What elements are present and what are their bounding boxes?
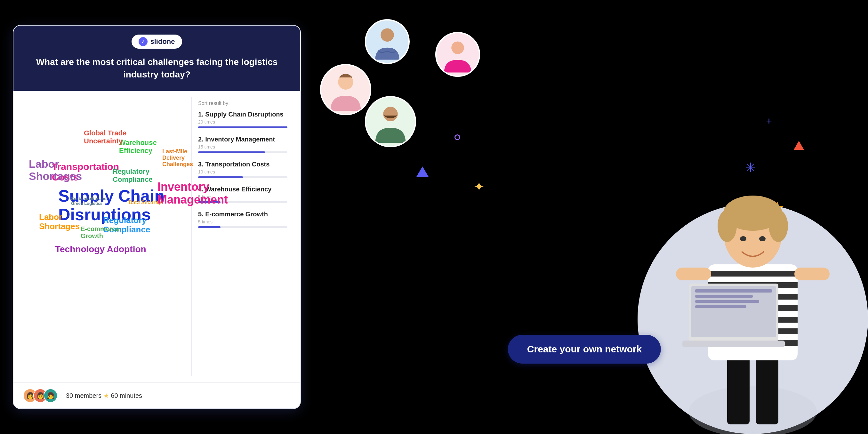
result-count: 15 times <box>198 144 287 150</box>
word-cloud-item: Last-Mile Delivery Challenges <box>162 149 193 167</box>
duration: 60 minutes <box>111 392 142 399</box>
svg-rect-26 <box>795 268 830 280</box>
result-bar-bg <box>198 176 287 178</box>
footer-stats: 30 members ★ 60 minutes <box>66 392 142 399</box>
svg-point-22 <box>769 210 788 242</box>
result-bar-bg <box>198 226 287 228</box>
result-count: 10 times <box>198 169 287 175</box>
svg-point-21 <box>718 210 737 242</box>
svg-rect-25 <box>676 268 711 280</box>
logo-text: slidone <box>150 37 175 46</box>
svg-rect-32 <box>695 300 759 303</box>
result-item: 3. Transportation Costs10 times <box>198 161 287 178</box>
svg-point-7 <box>383 106 398 121</box>
result-item: 5. E-commerce Growth5 times <box>198 211 287 228</box>
word-cloud: Supply Chain DisruptionsTransportation C… <box>20 97 191 376</box>
word-cloud-item: Inventory Management <box>157 181 228 206</box>
word-cloud-item: Sustainability and Green Logistics <box>71 196 106 206</box>
slide-panel: ✓ slidone What are the most critical cha… <box>13 25 301 409</box>
deco-plus: + <box>766 115 772 127</box>
deco-triangle-blue <box>416 166 429 177</box>
svg-rect-9 <box>727 354 750 425</box>
right-panel: + ✦ ★ ✳ <box>301 0 868 434</box>
svg-point-8 <box>689 386 817 434</box>
result-item: 2. Inventory Management15 times <box>198 136 287 153</box>
result-bar <box>198 151 265 153</box>
avatars: 👩 👩 👧 <box>23 389 54 403</box>
logo-pill: ✓ slidone <box>131 35 182 49</box>
slide-question: What are the most critical challenges fa… <box>26 56 287 81</box>
slide-footer: 👩 👩 👧 30 members ★ 60 minutes <box>13 382 300 408</box>
word-cloud-item: Labor Shortages <box>29 158 82 182</box>
result-bar-bg <box>198 126 287 128</box>
cta-button[interactable]: Create your own network <box>508 335 661 364</box>
word-cloud-item: Global Trade Uncertainty <box>84 129 126 145</box>
star-icon: ★ <box>103 392 111 399</box>
word-cloud-item: Technology Adoption <box>55 245 146 254</box>
result-title: 3. Transportation Costs <box>198 161 287 168</box>
word-cloud-item: E-commerce Growth <box>81 225 119 239</box>
floating-avatar-1 <box>365 19 410 64</box>
word-cloud-item: Labor Shortages <box>39 213 80 231</box>
deco-star-icon: ✦ <box>474 179 485 194</box>
svg-rect-28 <box>691 286 776 337</box>
svg-point-24 <box>759 236 766 241</box>
slide-header: ✓ slidone What are the most critical cha… <box>13 26 300 91</box>
logo-check-icon: ✓ <box>138 37 148 46</box>
svg-point-23 <box>740 236 746 241</box>
word-cloud-item: Data Security <box>129 200 161 206</box>
floating-avatar-3 <box>435 32 480 77</box>
result-bar-bg <box>198 151 287 153</box>
svg-rect-31 <box>695 295 753 298</box>
svg-rect-12 <box>708 271 798 277</box>
result-title: 5. E-commerce Growth <box>198 211 287 218</box>
svg-rect-10 <box>756 354 778 425</box>
svg-rect-29 <box>682 341 785 347</box>
svg-rect-33 <box>695 305 746 308</box>
svg-point-1 <box>380 29 394 41</box>
deco-circle <box>455 134 460 140</box>
result-bar <box>198 176 243 178</box>
svg-rect-30 <box>695 289 772 292</box>
results-panel: Sort result by: 1. Supply Chain Disrupti… <box>191 97 294 376</box>
result-item: 1. Supply Chain Disruptions20 times <box>198 111 287 128</box>
main-person-image <box>638 146 868 434</box>
floating-avatar-4 <box>365 96 416 147</box>
result-title: 2. Inventory Management <box>198 136 287 143</box>
sort-label: Sort result by: <box>198 100 287 106</box>
result-title: 1. Supply Chain Disruptions <box>198 111 287 118</box>
word-cloud-item: Regulatory Compliance <box>113 168 153 183</box>
member-count: 30 members <box>66 392 101 399</box>
result-count: 20 times <box>198 119 287 124</box>
svg-point-5 <box>451 41 464 54</box>
slide-body: Supply Chain DisruptionsTransportation C… <box>13 91 300 382</box>
result-count: 5 times <box>198 219 287 224</box>
floating-avatar-2 <box>320 64 371 115</box>
result-bar <box>198 226 220 228</box>
result-bar <box>198 126 287 128</box>
avatar-3: 👧 <box>43 389 58 403</box>
